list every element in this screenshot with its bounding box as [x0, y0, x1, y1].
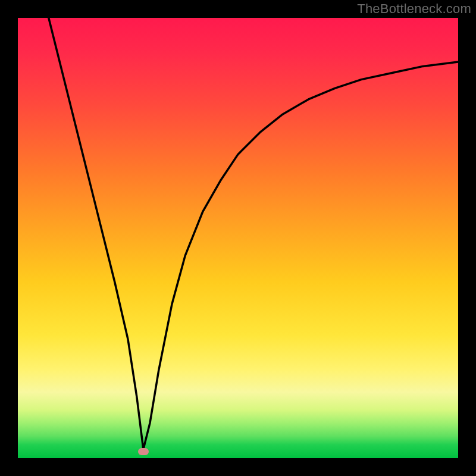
plot-area: [18, 18, 458, 458]
optimal-point-marker: [138, 448, 149, 455]
chart-frame: TheBottleneck.com: [0, 0, 476, 476]
watermark-label: TheBottleneck.com: [357, 1, 471, 17]
bottleneck-curve: [18, 18, 458, 458]
